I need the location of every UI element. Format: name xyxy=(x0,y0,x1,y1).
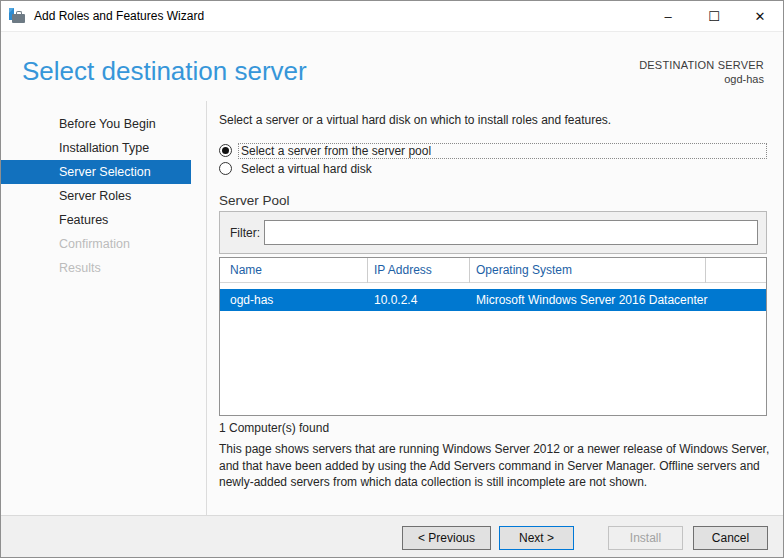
sidebar-item-results: Results xyxy=(1,256,206,280)
destination-server-block: DESTINATION SERVER ogd-has xyxy=(639,59,764,85)
server-name-cell: ogd-has xyxy=(230,293,273,307)
title-bar: Add Roles and Features Wizard – ☐ ✕ xyxy=(1,1,783,32)
radio-button-icon[interactable] xyxy=(219,144,232,157)
server-pool-title: Server Pool xyxy=(219,193,290,208)
wizard-window: Add Roles and Features Wizard – ☐ ✕ Sele… xyxy=(0,0,784,558)
sidebar-item-server-selection[interactable]: Server Selection xyxy=(1,160,191,184)
column-header-name[interactable]: Name xyxy=(230,263,262,277)
server-pool-table: Name IP Address Operating System ogd-has… xyxy=(219,257,767,416)
column-separator xyxy=(469,258,470,283)
destination-server-value: ogd-has xyxy=(639,73,764,85)
sidebar-item-before-you-begin[interactable]: Before You Begin xyxy=(1,112,206,136)
radio-button-icon[interactable] xyxy=(219,162,232,175)
window-title: Add Roles and Features Wizard xyxy=(34,9,204,23)
footer-bar: < Previous Next > Install Cancel xyxy=(1,515,783,557)
maximize-icon[interactable]: ☐ xyxy=(691,1,737,32)
filter-input[interactable] xyxy=(264,220,758,245)
destination-server-label: DESTINATION SERVER xyxy=(639,59,764,71)
next-button[interactable]: Next > xyxy=(499,526,574,550)
page-description: This page shows servers that are running… xyxy=(219,441,771,491)
sidebar-separator xyxy=(206,101,207,517)
minimize-icon[interactable]: – xyxy=(645,1,691,32)
column-header-os[interactable]: Operating System xyxy=(476,263,572,277)
previous-button[interactable]: < Previous xyxy=(402,526,491,550)
sidebar-item-features[interactable]: Features xyxy=(1,208,206,232)
page-title: Select destination server xyxy=(22,56,307,87)
radio-label: Select a virtual hard disk xyxy=(241,162,372,176)
close-icon[interactable]: ✕ xyxy=(737,1,783,32)
table-header-row: Name IP Address Operating System xyxy=(220,258,766,283)
toolbox-icon xyxy=(9,8,26,24)
radio-select-vhd[interactable]: Select a virtual hard disk xyxy=(219,160,375,177)
cancel-button[interactable]: Cancel xyxy=(693,526,768,550)
server-os-cell: Microsoft Windows Server 2016 Datacenter xyxy=(476,293,707,307)
sidebar-item-server-roles[interactable]: Server Roles xyxy=(1,184,206,208)
radio-label: Select a server from the server pool xyxy=(241,144,431,158)
window-controls: – ☐ ✕ xyxy=(645,1,783,32)
sidebar-item-installation-type[interactable]: Installation Type xyxy=(1,136,206,160)
computers-found-count: 1 Computer(s) found xyxy=(219,421,329,435)
column-header-ip[interactable]: IP Address xyxy=(374,263,432,277)
sidebar-item-confirmation: Confirmation xyxy=(1,232,206,256)
radio-select-server-pool[interactable]: Select a server from the server pool xyxy=(219,142,767,159)
column-separator xyxy=(367,258,368,283)
column-separator xyxy=(705,258,706,283)
server-ip-cell: 10.0.2.4 xyxy=(374,293,417,307)
wizard-steps-sidebar: Before You Begin Installation Type Serve… xyxy=(1,112,206,280)
filter-panel: Filter: xyxy=(219,211,767,254)
filter-label: Filter: xyxy=(230,226,260,240)
install-button: Install xyxy=(608,526,683,550)
intro-text: Select a server or a virtual hard disk o… xyxy=(219,113,767,127)
table-row-selected[interactable]: ogd-has 10.0.2.4 Microsoft Windows Serve… xyxy=(220,289,766,311)
